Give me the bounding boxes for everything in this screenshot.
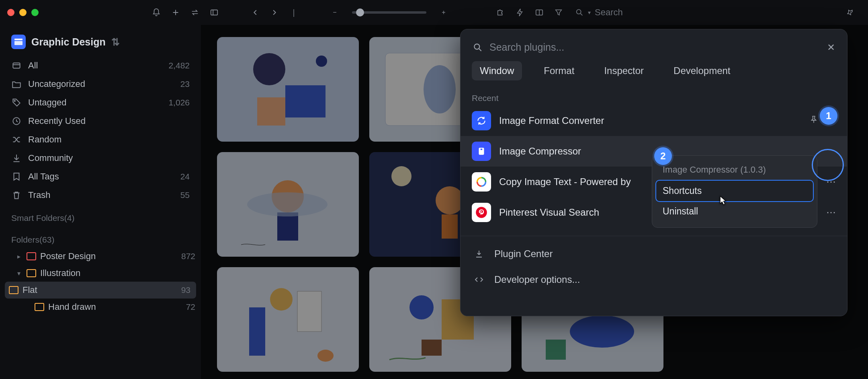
plugin-item-label: Image Compressor (499, 146, 581, 157)
folders-heading[interactable]: Folders(63) (0, 226, 201, 248)
svg-point-17 (424, 65, 456, 113)
svg-point-26 (247, 192, 328, 216)
window-bar: | − + ▾ Search (0, 0, 868, 25)
tab-inspector[interactable]: Inspector (596, 61, 652, 80)
svg-point-14 (316, 56, 327, 67)
zoom-out-icon[interactable]: − (328, 6, 342, 19)
plugin-context-menu: Image Compressor (1.0.3) Shortcuts Unins… (652, 155, 817, 228)
tab-format[interactable]: Format (536, 61, 582, 80)
download-icon (472, 247, 486, 261)
library-selector[interactable]: Graphic Design ⇅ (0, 31, 201, 56)
divider: | (287, 6, 301, 19)
folder-icon (27, 252, 36, 260)
sidebar-item-alltags[interactable]: All Tags 24 (0, 167, 201, 186)
google-icon (472, 172, 491, 192)
svg-point-37 (270, 288, 293, 311)
callout-badge-2: 2 (654, 147, 672, 165)
svg-point-48 (474, 44, 479, 49)
svg-point-8 (14, 100, 15, 101)
swap-icon[interactable] (188, 6, 202, 19)
bell-icon[interactable] (149, 6, 163, 19)
search-icon (473, 42, 483, 53)
folder-label: Illustration (40, 268, 80, 278)
more-icon[interactable]: ⋯ (826, 207, 836, 218)
tab-window[interactable]: Window (472, 61, 522, 80)
puzzle-icon[interactable] (494, 6, 508, 19)
svg-rect-46 (546, 340, 566, 360)
zoom-slider[interactable] (352, 11, 426, 14)
folder-count: 872 (181, 251, 195, 261)
traffic-lights (7, 9, 39, 16)
folder-icon (35, 303, 44, 311)
folder-icon (9, 286, 18, 294)
plugin-search-input[interactable] (489, 41, 821, 53)
recent-label: Recent (461, 88, 847, 105)
svg-point-41 (409, 295, 434, 319)
svg-point-29 (436, 186, 464, 214)
filter-icon[interactable] (552, 6, 565, 19)
close-icon[interactable]: ✕ (827, 42, 835, 53)
svg-point-4 (577, 10, 581, 14)
sidebar-item-untagged[interactable]: Untagged 1,026 (0, 93, 201, 112)
context-item-shortcuts[interactable]: Shortcuts (656, 181, 813, 201)
plugin-item-label: Image Format Converter (499, 115, 604, 126)
bolt-icon[interactable] (513, 6, 527, 19)
folder-label: Flat (23, 285, 37, 295)
svg-rect-6 (14, 41, 23, 45)
sidebar-item-count: 2,482 (168, 61, 190, 70)
thumbnail-card[interactable] (217, 37, 359, 142)
developer-options-link[interactable]: Developer options... (461, 267, 847, 292)
folder-icon (27, 269, 36, 277)
sidebar-item-label: Uncategorized (28, 79, 85, 89)
sidebar-item-community[interactable]: Community (0, 149, 201, 167)
folder-flat[interactable]: Flat 93 (5, 282, 196, 299)
sidebar-item-label: All (28, 60, 38, 71)
thumbnail-card[interactable] (217, 152, 359, 257)
svg-point-11 (253, 53, 285, 85)
code-icon (472, 272, 486, 287)
folder-poster-design[interactable]: ▸ Poster Design 872 (0, 248, 201, 265)
svg-rect-7 (13, 63, 20, 68)
layout-icon[interactable] (532, 6, 546, 19)
folder-label: Hand drawn (48, 302, 96, 312)
sidebar-item-all[interactable]: All 2,482 (0, 56, 201, 75)
plugin-tabs: Window Format Inspector Development (461, 61, 847, 88)
sidebar-item-label: Untagged (28, 97, 66, 108)
svg-point-56 (476, 207, 487, 218)
plugin-footer-label: Plugin Center (494, 248, 553, 260)
smart-folders-heading[interactable]: Smart Folders(4) (0, 204, 201, 226)
folder-hand-drawn[interactable]: Hand drawn 72 (0, 299, 201, 315)
svg-rect-43 (422, 340, 442, 356)
thumbnail-card[interactable] (217, 267, 359, 372)
plugin-center-link[interactable]: Plugin Center (461, 241, 847, 267)
sidebar-item-random[interactable]: Random (0, 130, 201, 149)
close-window-button[interactable] (7, 9, 14, 16)
pin-icon[interactable] (809, 115, 818, 126)
svg-rect-38 (297, 291, 321, 332)
sidebar-item-uncategorized[interactable]: Uncategorized 23 (0, 75, 201, 93)
pin-icon[interactable] (843, 6, 857, 19)
plus-icon[interactable] (169, 6, 182, 19)
context-item-uninstall[interactable]: Uninstall (656, 201, 813, 222)
callout-badge-1: 1 (820, 107, 837, 125)
sidebar-toggle-icon[interactable] (207, 6, 221, 19)
search-placeholder: Search (595, 7, 623, 18)
archive-icon (472, 142, 491, 161)
folder-illustration[interactable]: ▾ Illustration (0, 265, 201, 282)
context-menu-title: Image Compressor (1.0.3) (656, 161, 813, 181)
caret-icon[interactable]: ▸ (15, 253, 23, 260)
sidebar-item-recent[interactable]: Recently Used (0, 112, 201, 130)
plugin-item-image-format-converter[interactable]: Image Format Converter ⋯ (461, 105, 847, 136)
svg-rect-13 (257, 97, 285, 126)
global-search[interactable]: ▾ Search (575, 7, 623, 18)
zoom-in-icon[interactable]: + (437, 6, 450, 19)
sidebar-item-trash[interactable]: Trash 55 (0, 186, 201, 204)
nav-back-icon[interactable] (248, 6, 262, 19)
nav-forward-icon[interactable] (268, 6, 281, 19)
tab-development[interactable]: Development (665, 61, 738, 80)
sidebar-item-label: Trash (28, 190, 50, 200)
sidebar-item-label: Community (28, 153, 73, 163)
minimize-window-button[interactable] (19, 9, 27, 16)
caret-icon[interactable]: ▾ (15, 270, 23, 277)
maximize-window-button[interactable] (31, 9, 39, 16)
